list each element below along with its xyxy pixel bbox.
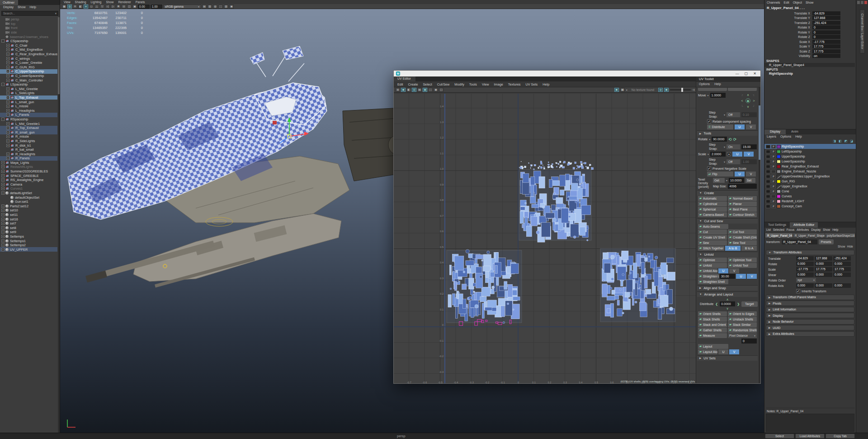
outliner-item-set9[interactable]: +set9 xyxy=(0,230,57,234)
uv-tool-icon[interactable]: ▣ xyxy=(401,88,406,92)
ae-tab-tool-settings[interactable]: Tool Settings xyxy=(764,222,790,228)
expander-icon[interactable]: + xyxy=(6,105,9,108)
outliner-item-l-panels[interactable]: +L_Panels xyxy=(0,113,57,117)
hide-button[interactable]: Hide xyxy=(847,245,853,248)
spherical-button[interactable]: ▰Spherical xyxy=(698,207,727,212)
optimize-tool-button[interactable]: ▰Optimize Tool xyxy=(728,258,757,262)
ae-menu-help[interactable]: Help xyxy=(832,228,838,233)
distribute-left-icon[interactable]: ❮ xyxy=(715,302,718,306)
layer-tab-anim[interactable]: Anim xyxy=(786,129,804,134)
toolkit-scrollbar[interactable] xyxy=(759,87,760,383)
expander-icon[interactable]: + xyxy=(1,170,5,173)
viewport-tool-icon[interactable]: ⬚ xyxy=(218,5,223,9)
viewport-tool-icon[interactable]: ◉ xyxy=(229,5,234,9)
transform-attributes-section[interactable]: ▼Transform Attributes xyxy=(766,250,854,255)
expander-icon[interactable]: + xyxy=(6,96,9,99)
stack-similar-button[interactable]: ▰Stack Similar xyxy=(728,322,757,327)
viewport-tool-icon[interactable]: ◍ xyxy=(213,5,217,9)
expander-icon[interactable]: + xyxy=(1,205,5,208)
layer-playback-checkbox[interactable]: P xyxy=(771,190,776,193)
exposure-field[interactable]: 0.00 xyxy=(138,5,150,9)
attribute-value-field[interactable]: 0.000 xyxy=(833,272,851,277)
expander-icon[interactable]: + xyxy=(1,183,5,186)
layer-row-rear-enginebox-exhaust[interactable]: PRear_EngineBox_Exhaust xyxy=(764,164,856,169)
section-header-create[interactable]: ▼Create xyxy=(697,190,758,196)
viewport-tool-icon[interactable]: ◁ xyxy=(105,5,110,9)
outliner-item-rspaceship[interactable]: −RSpaceship xyxy=(0,117,57,122)
rotate-ccw-icon[interactable]: ⟲ xyxy=(728,137,732,142)
unfold-along-button[interactable]: ▰Unfold Along xyxy=(698,268,717,273)
expander-icon[interactable]: + xyxy=(1,178,5,181)
outliner-item-l-small-gun[interactable]: +L_small_gun xyxy=(0,100,57,104)
distribute-v-toggle[interactable]: V xyxy=(746,124,756,129)
section-header-cut-and-sew[interactable]: ▼Cut and Sew xyxy=(697,218,758,224)
toolkit-menu-options[interactable]: Options xyxy=(699,82,710,87)
expander-icon[interactable]: + xyxy=(6,48,9,51)
layer-visibility-checkbox[interactable] xyxy=(766,185,770,188)
layer-visibility-checkbox[interactable] xyxy=(766,175,770,178)
layer-visibility-checkbox[interactable] xyxy=(766,190,770,193)
gather-shells-button[interactable]: ▰Gather Shells xyxy=(698,328,727,333)
outliner-item-gun-set1[interactable]: Gun:set1 xyxy=(0,200,57,204)
scrollbar-thumb[interactable] xyxy=(58,17,60,94)
outliner-item-r-bat-small[interactable]: R_bat_small xyxy=(0,148,57,152)
expander-icon[interactable]: + xyxy=(6,66,9,69)
viewport-tool-icon[interactable]: ▧ xyxy=(208,5,212,9)
attribute-value-field[interactable]: 0.000 xyxy=(815,262,832,266)
expander-icon[interactable]: + xyxy=(6,57,9,60)
outliner-item-r-headlights[interactable]: +R_Headlights xyxy=(0,152,57,156)
layer-row-upper-enginebox[interactable]: PUpper_EngineBox xyxy=(764,184,856,189)
layer-row-curves[interactable]: Curves xyxy=(764,194,856,199)
value-field[interactable]: 30.00 xyxy=(720,274,735,279)
expander-icon[interactable]: + xyxy=(1,218,5,221)
attribute-value-field[interactable]: 17.775 xyxy=(833,267,851,272)
toggle-a-to-b[interactable]: A to B xyxy=(725,246,741,251)
minimize-icon[interactable]: — xyxy=(736,72,739,76)
cut-button[interactable]: ▰Cut xyxy=(698,229,727,234)
attribute-value-field[interactable]: 0.000 xyxy=(833,283,851,288)
create-uv-shell-button[interactable]: ▰Create UV Shell xyxy=(698,235,727,240)
channel-value-field[interactable]: -64.829 xyxy=(812,11,840,15)
viewport-tool-icon[interactable]: ▤ xyxy=(202,5,207,9)
viewport-tool-icon[interactable]: ✛ xyxy=(73,5,77,9)
scale-step-dropdown-icon[interactable]: ▾ xyxy=(724,160,725,163)
node-tab-r-upper-panel-04[interactable]: R_Upper_Panel_04 xyxy=(765,233,793,238)
toggle-v[interactable]: V xyxy=(729,268,739,273)
viewport-tool-icon[interactable]: ◧ xyxy=(78,5,83,9)
ae-menu-focus[interactable]: Focus xyxy=(787,228,794,233)
outliner-item-l-top-exhaust[interactable]: +L_Top_Exhaust xyxy=(0,95,57,100)
expander-icon[interactable]: + xyxy=(1,248,5,251)
filter-dropdown-icon[interactable]: ▾ xyxy=(55,12,57,15)
layer-playback-checkbox[interactable]: P xyxy=(771,205,776,208)
layer-color-swatch[interactable] xyxy=(777,170,781,173)
uv-menu-edit[interactable]: Edit xyxy=(397,82,403,86)
channel-box-menu-show[interactable]: Show xyxy=(806,1,814,5)
unfold-button[interactable]: ▰Unfold xyxy=(698,263,727,268)
layer-color-swatch[interactable] xyxy=(777,155,781,158)
layer-playback-checkbox[interactable]: P xyxy=(771,180,776,183)
outliner-item-c-rear-enginebox-exhaust[interactable]: +C_Rear_EngineBox_Exhaust xyxy=(0,52,57,57)
exposure-slider[interactable] xyxy=(670,89,691,91)
flip-u-toggle[interactable]: U xyxy=(735,172,745,177)
viewport-tool-icon[interactable]: ▨ xyxy=(224,5,228,9)
automatic-button[interactable]: ▰Automatic xyxy=(698,196,727,201)
expander-icon[interactable]: + xyxy=(1,213,5,216)
section-display[interactable]: ▶Display xyxy=(766,313,854,318)
outliner-menu-show[interactable]: Show xyxy=(18,5,26,10)
uv-tool-icon[interactable]: ◉ xyxy=(434,88,438,92)
outliner-item-c-mid-enginebox[interactable]: +C_Mid_EngineBox xyxy=(0,48,57,52)
move-step-size-field[interactable]: 0.10 xyxy=(741,112,757,117)
outliner-item-persp[interactable]: persp xyxy=(0,17,57,22)
viewport-tool-icon[interactable]: ▷ xyxy=(111,5,115,9)
uv-menu-create[interactable]: Create xyxy=(408,82,418,86)
layer-playback-checkbox[interactable]: P xyxy=(771,185,776,188)
scale-v-toggle[interactable]: V xyxy=(744,152,754,157)
maximize-icon[interactable]: ▢ xyxy=(745,72,748,76)
expander-icon[interactable]: + xyxy=(6,100,9,104)
outliner-item-redsshiftlights[interactable]: +RedsshiftLights xyxy=(0,165,57,169)
outliner-scrollbar[interactable] xyxy=(58,17,60,433)
outliner-item-settemps[interactable]: +Settemps xyxy=(0,234,57,239)
ae-menu-display[interactable]: Display xyxy=(811,228,821,233)
viewport-tool-icon[interactable]: ▣ xyxy=(132,5,137,9)
expander-icon[interactable]: + xyxy=(1,230,5,234)
